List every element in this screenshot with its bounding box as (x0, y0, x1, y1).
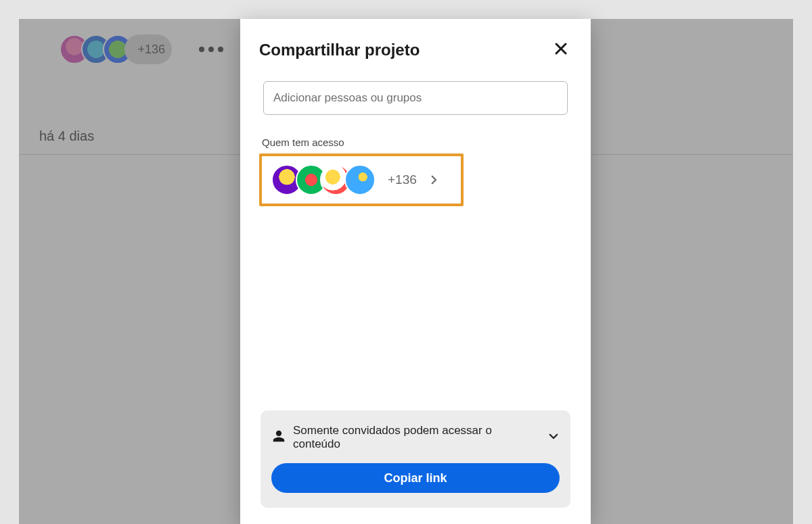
copy-link-label: Copiar link (384, 471, 447, 485)
chevron-down-icon (547, 430, 560, 445)
chevron-right-icon (428, 174, 440, 186)
access-avatar-row (271, 164, 376, 195)
close-icon[interactable] (550, 38, 572, 62)
share-footer-card: Somente convidados podem acessar o conte… (261, 410, 570, 508)
access-members-box[interactable]: +136 (259, 153, 464, 206)
access-count-label: +136 (388, 172, 417, 187)
dialog-header: Compartilhar projeto (259, 38, 572, 62)
access-label: Quem tem acesso (259, 137, 572, 148)
permission-selector[interactable]: Somente convidados podem acessar o conte… (271, 424, 560, 451)
dialog-title: Compartilhar projeto (259, 41, 420, 59)
avatar (344, 164, 376, 195)
permission-label: Somente convidados podem acessar o conte… (293, 424, 541, 451)
copy-link-button[interactable]: Copiar link (271, 463, 560, 493)
add-people-input[interactable] (263, 81, 568, 115)
person-icon (271, 429, 286, 446)
share-dialog: Compartilhar projeto Quem tem acesso +13… (240, 19, 591, 524)
